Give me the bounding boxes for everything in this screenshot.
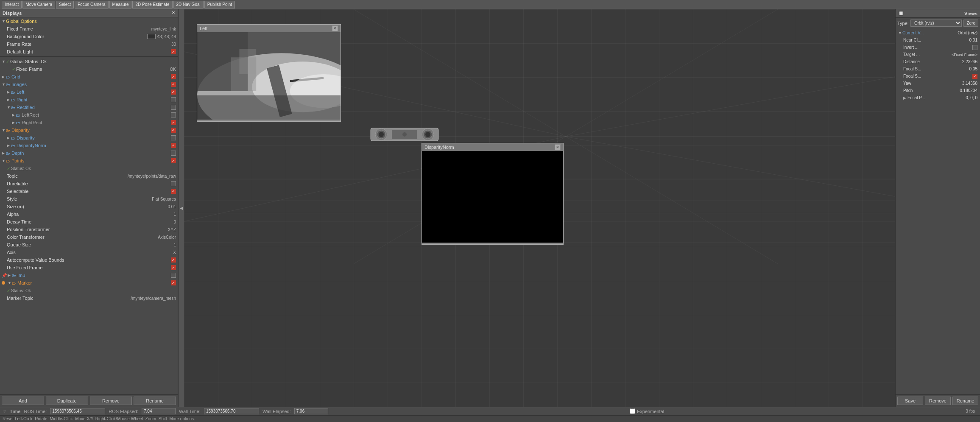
pitch-item[interactable]: Pitch 0.180204 [897,87,978,94]
right-item[interactable]: ▶ 🗁 Right [0,96,178,103]
near-cl-item[interactable]: Near Cl... 0.01 [897,36,978,44]
select-button[interactable]: Select [56,1,74,8]
invert-item[interactable]: Invert ... [897,44,978,51]
left-checkbox[interactable] [171,89,176,95]
images-checkbox[interactable] [171,82,176,87]
publish-point-button[interactable]: Publish Point [204,1,235,8]
disparity-norm-item[interactable]: ▶ 🗁 DisparityNorm [0,142,178,149]
left-camera-window[interactable]: Left ✕ [197,24,341,122]
marker-checkbox[interactable] [171,280,176,285]
decay-time-item[interactable]: Decay Time 0 [0,218,178,226]
ros-time-input[interactable] [50,408,105,414]
images-item[interactable]: ▼ 🗁 Images [0,81,178,88]
disparity-norm-checkbox[interactable] [171,143,176,148]
distance-item[interactable]: Distance 2.23246 [897,58,978,65]
add-button[interactable]: Add [2,397,44,405]
global-options-item[interactable]: ▼ Global Options [0,17,178,25]
current-view-item[interactable]: ▼ Current V... Orbit (rviz) [897,29,978,36]
displays-close-icon[interactable]: ✕ [172,11,175,15]
disparity-window[interactable]: DisparityNorm ✕ [422,143,564,245]
save-button[interactable]: Save [897,397,923,405]
axis-item[interactable]: Axis X [0,249,178,256]
collapse-handle[interactable]: ◀ [178,9,184,407]
left-camera-close[interactable]: ✕ [332,25,338,31]
wall-elapsed-input[interactable] [294,408,328,414]
selectable-item[interactable]: Selectable [0,187,178,195]
depth-item[interactable]: ▶ 🗁 Depth [0,149,178,157]
background-color-item[interactable]: Background Color 48; 48; 48 [0,33,178,40]
grid-item[interactable]: ▶ 🗁 Grid [0,73,178,81]
disparity-header[interactable]: DisparityNorm ✕ [422,143,563,151]
wall-time-input[interactable] [204,408,259,414]
leftrect-checkbox[interactable] [171,112,176,117]
left-camera-header[interactable]: Left ✕ [197,25,341,32]
panel-content[interactable]: ▼ Global Options Fixed Frame mynteye_lin… [0,17,178,394]
default-light-checkbox[interactable] [171,49,176,54]
right-checkbox[interactable] [171,97,176,102]
2d-pose-button[interactable]: 2D Pose Estimate [132,1,172,8]
disparity-group-item[interactable]: ▼ 🗁 Disparity [0,126,178,134]
imu-item[interactable]: 📌 ▶ 🗁 Imu [0,271,178,279]
interact-button[interactable]: Interact [2,1,22,8]
focal-p-item[interactable]: ▶ Focal P... 0; 0; 0 [897,94,978,101]
disparity-group-checkbox[interactable] [171,128,176,133]
topic-item[interactable]: Topic /mynteye/points/data_raw [0,172,178,180]
remove-button[interactable]: Remove [90,397,132,405]
rectified-checkbox[interactable] [171,105,176,110]
focal-s1-item[interactable]: Focal S... 0.05 [897,65,978,73]
depth-checkbox[interactable] [171,151,176,156]
2d-nav-button[interactable]: 2D Nav Goal [173,1,204,8]
grid-checkbox[interactable] [171,74,176,79]
rightrect-checkbox[interactable] [171,120,176,125]
focus-camera-button[interactable]: Focus Camera [75,1,109,8]
size-item[interactable]: Size (m) 0.01 [0,203,178,210]
duplicate-button[interactable]: Duplicate [46,397,88,405]
unreliable-item[interactable]: Unreliable [0,180,178,187]
move-camera-button[interactable]: Move Camera [22,1,55,8]
fixed-frame-status-item[interactable]: ✓ Fixed Frame OK [0,65,178,73]
rectified-item[interactable]: ▼ 🗁 Rectified [0,103,178,111]
selectable-checkbox[interactable] [171,189,176,194]
left-item[interactable]: ▶ 🗁 Left [0,88,178,96]
leftrect-label: LeftRect [22,112,171,117]
unreliable-checkbox[interactable] [171,181,176,186]
alpha-item[interactable]: Alpha 1 [0,210,178,218]
disparity-sub-checkbox[interactable] [171,135,176,140]
zero-button[interactable]: Zero [963,20,978,27]
target-item[interactable]: Target ... <Fixed Frame> [897,51,978,58]
views-rename-button[interactable]: Rename [952,397,978,405]
default-light-item[interactable]: Default Light [0,48,178,56]
frame-rate-item[interactable]: Frame Rate 30 [0,40,178,48]
points-item[interactable]: ▼ 🗁 Points [0,157,178,165]
experimental-checkbox[interactable] [630,408,635,414]
ros-elapsed-input[interactable] [142,408,176,414]
style-item[interactable]: Style Flat Squares [0,195,178,203]
fixed-frame-item[interactable]: Fixed Frame mynteye_link [0,25,178,33]
color-transformer-item[interactable]: Color Transformer AxisColor [0,233,178,241]
use-fixed-frame-item[interactable]: Use Fixed Frame [0,264,178,271]
position-transformer-item[interactable]: Position Transformer XYZ [0,226,178,233]
use-fixed-frame-checkbox[interactable] [171,265,176,270]
points-checkbox[interactable] [171,158,176,163]
disparity-sub-item[interactable]: ▶ 🗁 Disparity [0,134,178,142]
autocompute-item[interactable]: Autocompute Value Bounds [0,256,178,264]
marker-topic-item[interactable]: Marker Topic /mynteye/camera_mesh [0,294,178,302]
autocompute-checkbox[interactable] [171,257,176,263]
focal-s2-checkbox[interactable] [972,74,977,79]
disparity-close[interactable]: ✕ [555,144,561,150]
view-type-select[interactable]: Orbit (rviz) [910,20,962,27]
viewport[interactable]: Left ✕ [184,9,895,407]
focal-s2-item[interactable]: Focal S... [897,73,978,80]
invert-checkbox[interactable] [972,45,977,50]
measure-button[interactable]: Measure [109,1,132,8]
views-remove-button[interactable]: Remove [925,397,951,405]
rightrect-item[interactable]: ▶ 🗁 RightRect [0,119,178,126]
queue-size-item[interactable]: Queue Size 1 [0,241,178,249]
leftrect-item[interactable]: ▶ 🗁 LeftRect [0,111,178,119]
global-status-item[interactable]: ▼ ✓ Global Status: Ok [0,58,178,65]
rename-button[interactable]: Rename [134,397,176,405]
imu-checkbox[interactable] [171,273,176,278]
marker-item[interactable]: ▼ 🗁 Marker [0,279,178,287]
yaw-item[interactable]: Yaw 3.14358 [897,80,978,87]
experimental-label: Experimental [637,409,664,414]
